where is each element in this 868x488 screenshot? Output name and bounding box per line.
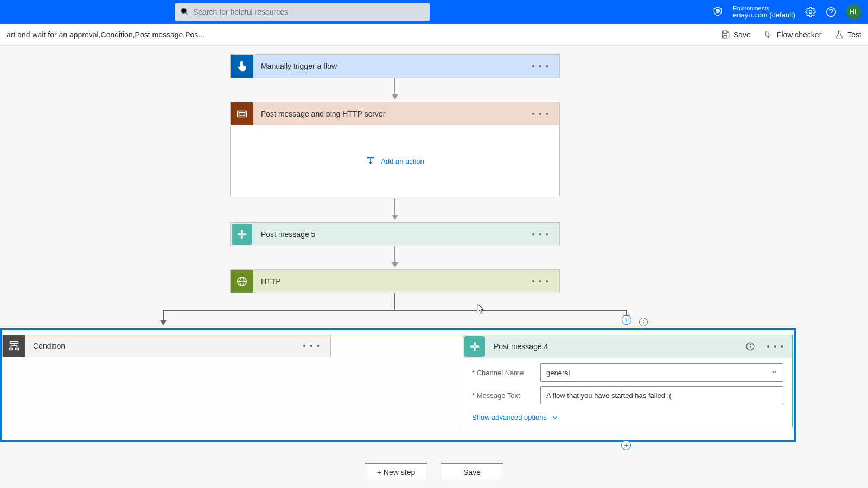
globe-icon <box>231 270 253 293</box>
trigger-step[interactable]: Manually trigger a flow • • • <box>230 54 560 78</box>
search-container[interactable] <box>175 3 430 21</box>
touch-icon <box>231 55 253 78</box>
svg-rect-17 <box>242 233 247 235</box>
svg-point-4 <box>809 11 812 14</box>
svg-rect-15 <box>241 235 242 239</box>
svg-rect-27 <box>16 348 19 350</box>
condition-icon <box>3 335 25 357</box>
scope-menu-icon[interactable]: • • • <box>530 107 552 120</box>
branch-connector <box>394 293 395 310</box>
save-button[interactable]: Save <box>720 30 751 40</box>
connector-arrow <box>394 246 395 267</box>
channel-name-label: * Channel Name <box>472 369 533 377</box>
slack-icon <box>464 336 485 357</box>
svg-rect-11 <box>367 157 374 158</box>
add-step-button[interactable]: + <box>621 440 631 450</box>
environment-name: enayu.com (default) <box>733 11 795 19</box>
search-icon <box>180 7 189 17</box>
save-label: Save <box>733 30 751 39</box>
show-advanced-options[interactable]: Show advanced options <box>463 412 792 427</box>
post5-menu-icon[interactable]: • • • <box>530 228 552 241</box>
message-text-input[interactable]: A flow that you have started has failed … <box>540 386 783 404</box>
scope-icon <box>231 102 253 125</box>
svg-marker-13 <box>369 162 372 165</box>
http-title: HTTP <box>261 277 522 286</box>
condition-step[interactable]: Condition • • • <box>2 335 331 357</box>
slack-icon <box>232 224 252 245</box>
connector-arrow <box>394 78 395 99</box>
svg-rect-26 <box>10 348 13 350</box>
scope-body: Add an action <box>231 125 559 197</box>
svg-rect-7 <box>724 31 727 34</box>
http-step[interactable]: HTTP • • • <box>230 269 560 293</box>
search-input[interactable] <box>193 8 424 16</box>
add-branch-button[interactable]: + <box>622 315 631 325</box>
info-icon[interactable] <box>743 339 757 354</box>
parallel-container: Condition • • • Post message 4 • • • * C… <box>0 328 796 442</box>
top-bar: Environments enayu.com (default) HL <box>0 0 868 24</box>
scope-title: Post message and ping HTTP server <box>261 110 522 118</box>
advanced-options-label: Show advanced options <box>472 413 547 421</box>
scope-step[interactable]: Post message and ping HTTP server • • • … <box>230 102 560 197</box>
flow-canvas: Manually trigger a flow • • • Post messa… <box>0 46 868 488</box>
help-icon[interactable] <box>826 7 837 17</box>
flow-checker-label: Flow checker <box>777 30 821 39</box>
svg-rect-30 <box>470 345 475 347</box>
breadcrumb: art and wait for an approval,Condition,P… <box>7 30 205 39</box>
svg-rect-14 <box>241 230 242 234</box>
trigger-title: Manually trigger a flow <box>261 62 522 70</box>
chevron-down-icon <box>551 414 559 421</box>
trigger-menu-icon[interactable]: • • • <box>530 60 552 73</box>
info-icon[interactable]: i <box>639 318 648 326</box>
connector-arrow <box>394 198 395 219</box>
svg-line-1 <box>186 12 188 15</box>
svg-rect-16 <box>238 233 242 235</box>
svg-rect-10 <box>239 112 245 115</box>
svg-point-0 <box>181 8 186 13</box>
environments-label: Environments <box>733 5 795 11</box>
test-label: Test <box>847 30 861 39</box>
post4-title: Post message 4 <box>494 342 736 351</box>
add-action-icon[interactable] <box>366 156 375 167</box>
http-menu-icon[interactable]: • • • <box>530 275 552 288</box>
channel-name-value: general <box>540 363 783 382</box>
settings-icon[interactable] <box>805 7 816 17</box>
test-button[interactable]: Test <box>834 30 861 40</box>
chevron-down-icon <box>770 368 778 377</box>
branch-connector <box>163 310 164 325</box>
branch-connector <box>163 310 627 311</box>
svg-point-34 <box>750 344 750 345</box>
condition-title: Condition <box>33 342 293 350</box>
command-bar: art and wait for an approval,Condition,P… <box>0 24 868 46</box>
avatar[interactable]: HL <box>846 4 861 20</box>
message-text-value: A flow that you have started has failed … <box>540 386 783 404</box>
post-message-4-step[interactable]: Post message 4 • • • * Channel Name gene… <box>463 335 793 427</box>
environment-icon[interactable] <box>712 6 723 18</box>
top-right: Environments enayu.com (default) HL <box>712 4 861 20</box>
save-flow-button[interactable]: Save <box>441 463 503 481</box>
svg-rect-31 <box>475 345 480 347</box>
svg-rect-21 <box>10 342 18 344</box>
svg-rect-28 <box>474 342 475 346</box>
svg-rect-8 <box>724 35 727 38</box>
post5-title: Post message 5 <box>261 230 522 239</box>
channel-name-select[interactable]: general <box>540 363 783 382</box>
message-text-label: * Message Text <box>472 391 533 400</box>
svg-rect-29 <box>474 347 475 351</box>
bottom-buttons: + New step Save <box>0 463 868 481</box>
post-message-5-step[interactable]: Post message 5 • • • <box>230 222 560 246</box>
add-action-label[interactable]: Add an action <box>381 157 424 165</box>
flow-checker-button[interactable]: Flow checker <box>764 30 821 40</box>
condition-menu-icon[interactable]: • • • <box>301 339 323 352</box>
environment-selector[interactable]: Environments enayu.com (default) <box>733 5 795 19</box>
post4-menu-icon[interactable]: • • • <box>765 340 787 353</box>
new-step-button[interactable]: + New step <box>365 463 427 481</box>
